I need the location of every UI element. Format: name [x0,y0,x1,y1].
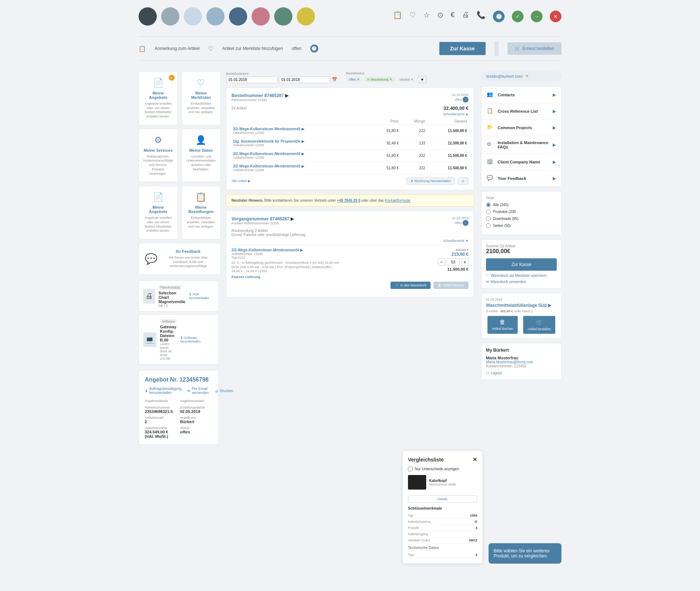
download-info-0: Flyer/Katalog Selection Chart Magnetvent… [159,285,185,308]
comparison-diff-checkbox[interactable] [408,467,413,471]
return-quick-view[interactable]: Schnellansicht ▼ [232,239,468,243]
download-tag-1: Software [160,319,177,324]
printer-icon[interactable]: 🖨 [462,11,469,22]
nav-tile-angebote2[interactable]: 📄 Meine Angebote Angebote erstellen oder… [139,186,178,239]
phone-link[interactable]: +49 7845 20 0 [337,198,360,202]
swatch-teal[interactable] [274,7,292,26]
filter-radio-pages[interactable] [486,223,491,228]
check-icon[interactable]: ✓ [512,11,524,22]
cart-save-link[interactable]: ♡ Warenkorb als Merkliste speichern [486,274,557,278]
filter-radio-all[interactable] [486,202,491,207]
swatch-dark[interactable] [139,7,157,26]
swatch-dark-blue[interactable] [229,7,247,26]
contact-form-link[interactable]: Kontaktformular [385,198,411,202]
quick-view-0[interactable]: Schnellansicht ▲ [232,112,468,116]
product-actions: 🛒 In den Warenkorb 🗑 Artikel löschen [232,282,468,289]
return-ref: Kunden Referenznummer 12345 [232,221,294,225]
add-to-cart-button[interactable]: 🛒 In den Warenkorb [390,282,431,289]
project-delete-btn[interactable]: 🗑 Artikel löschen [487,316,518,334]
menu-item-client-company[interactable]: 🏢 Client Company Name ▶ [482,154,561,170]
my-burkert-customer: Kundennummer: 123456 [486,364,557,368]
feedback-arrow-icon: ▶ [553,176,556,181]
menu-item-feedback[interactable]: 💬 Your Feedback ▶ [482,170,561,186]
swatch-rose[interactable] [252,7,270,26]
nav-tile-bestellungen[interactable]: 📋 Meine Bestellungen Einkaufslisten anse… [182,186,221,239]
my-burkert-email[interactable]: Maria.Musterfrau@firma.com [486,360,557,364]
nav-tile-services[interactable]: ⚙ Meine Services Reklamationen, Kostenvo… [139,129,178,182]
download-action-1[interactable]: ⬇ Software herunterladen [180,336,214,343]
target-icon[interactable]: ⊙ [437,11,443,22]
offer-details-left: Angebotsdetails Referenznummer 235346983… [145,399,177,439]
swatch-gray[interactable] [161,7,179,26]
swatch-medium-blue[interactable] [206,7,225,26]
offer-action-email[interactable]: ✉ Per Email versenden [187,387,209,395]
product-pricing: 345,00 € 215,00 € − + 11.500,00 € [403,248,468,271]
menu-item-cross-ref[interactable]: 📋 Cross Reference List ▶ [482,103,561,120]
euro-icon[interactable]: € [451,11,455,22]
all-items-button[interactable]: Alle Artikel ▶ [232,179,250,183]
heart-icon[interactable]: ♡ [409,11,416,22]
comparison-details-button[interactable]: Details [408,495,477,503]
nav-tile-angebote1[interactable]: 1 📄 Meine Angebote Angebote erstellen od… [139,72,178,125]
nav-tile-feedback[interactable]: 💬 Ihr Feedback Wir freuen uns immer über… [139,243,221,275]
product-type: Typ 0121 [232,256,403,259]
arrow-icon[interactable]: → [531,11,542,22]
return-header-left: Vorgangsnummer 87465287 ▶ Kunden Referen… [232,216,294,225]
offer-actions: ⬇ Auftragsbestätigung herunterladen ✉ Pe… [145,387,213,395]
delete-item-button[interactable]: 🗑 Artikel löschen [433,282,468,289]
nav-tile-daten[interactable]: 👤 Meine Daten Anmelde- und Unternehmensd… [182,129,221,182]
price-original: 345,00 € [403,248,468,252]
logout-button[interactable]: ⬡ Logout [486,371,557,375]
tag-progress[interactable]: in Bearbeitung ✕ [364,77,395,82]
filter-widget-title: Zeige [486,196,557,200]
cart-checkout-button[interactable]: Zur Kasse [486,258,557,271]
phone-icon[interactable]: 📞 [477,11,486,22]
tag-offen[interactable]: offen ✕ [346,77,363,82]
nav-tile-merklisten[interactable]: ♡ Meine Merklisten Einkaufslisten ansehe… [182,72,221,125]
project-order-btn[interactable]: 🛒 Artikel bestellen [523,316,555,334]
date-from-input[interactable] [226,76,277,83]
calendar-icon[interactable]: 📅 [332,77,337,82]
swatch-yellow[interactable] [297,7,315,26]
document-icon[interactable]: 📋 [393,11,402,22]
menu-item-contacts[interactable]: 👥 Contacts ▶ [482,87,561,103]
col-product [232,118,372,125]
comparison-close-button[interactable]: ✕ [472,456,477,463]
my-burkert-title: My Bürkert [486,348,557,353]
comparison-diff-label: Nur Unterschiede anzeigen [415,467,459,471]
icon-action-button[interactable]: ⊙ [458,177,468,185]
tile-icon-angebote2: 📄 [143,192,173,202]
star-icon[interactable]: ☆ [423,11,430,22]
swatch-light-blue[interactable] [184,7,202,26]
contacts-arrow-icon: ▶ [553,92,556,97]
return-number: Vorgangsnummer 87465287 ▶ [232,216,294,221]
download-invoice-button[interactable]: ⬇ Rechnung herunterladen [407,177,455,185]
order-date-0: 01.03.2018 [452,93,468,97]
offer-action-download[interactable]: ⬇ Auftragsbestätigung herunterladen [145,387,182,395]
qty-decrease-btn[interactable]: − [438,258,445,266]
feedback-icon: 💬 [487,175,494,182]
filter-more-btn[interactable]: ▾ [418,76,427,83]
tag-neutral[interactable]: neutral ✕ [397,77,416,82]
menu-item-common-projects[interactable]: 📁 Common Projects ▶ [482,120,561,136]
reorder-button[interactable]: 🛒 Erneut bestellen [508,42,561,55]
menu-item-installation[interactable]: ⚙ Installation & Maintenance FAQs ▶ [482,136,561,154]
right-panel: testde@burkert.com ✕ 👥 Contacts ▶ 📋 Cros… [481,72,561,445]
close-icon[interactable]: ✕ [550,11,561,22]
tile-title-merklisten: Meine Merklisten [186,91,216,100]
product-name[interactable]: 2/2-Wege-Kolbensteuer-Membranventil ▶ [232,248,403,252]
email-clear-icon[interactable]: ✕ [525,74,529,78]
offer-section: Angebot Nr. 123456798 ⬇ Auftragsbestätig… [139,370,219,445]
checkout-button[interactable]: Zur Kasse [439,42,486,55]
clock-icon[interactable]: 🕐 [493,11,505,22]
common-projects-icon: 📁 [487,124,494,131]
filter-radio-products[interactable] [486,209,491,214]
filter-radio-downloads[interactable] [486,216,491,221]
date-to-input[interactable] [279,76,330,83]
qty-input[interactable] [447,258,460,266]
qty-increase-btn[interactable]: + [461,258,468,266]
cart-send-link[interactable]: ✉ Warenkorb versenden [486,280,557,284]
client-company-icon: 🏢 [487,158,494,166]
download-action-0[interactable]: ⬇ PDF herunterladen [189,293,214,300]
order-row-2: 2/2-Wege-Kolbensteuer-Membranventil ▶Art… [232,150,468,162]
